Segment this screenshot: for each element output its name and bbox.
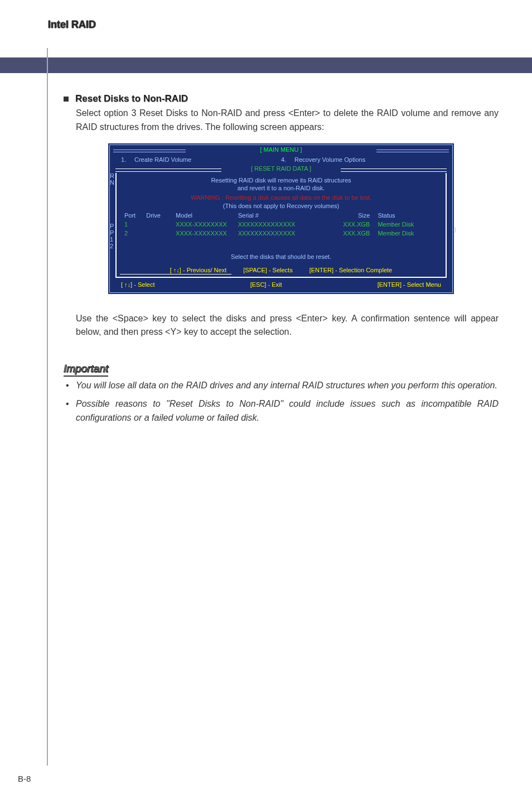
reset-line2: and revert it to a non-RAID disk.: [120, 184, 442, 192]
nav-select: [ ↑↓] - Select: [121, 281, 155, 288]
side-paren: ): [454, 226, 456, 233]
reset-line3: (This does not apply to Recovery volumes…: [120, 202, 442, 210]
header-bar: [0, 57, 532, 73]
important-heading: Important: [64, 363, 108, 377]
side-rule: [47, 48, 48, 766]
side-letters: R N P P 1 2: [110, 172, 114, 249]
nav-enter: [ENTER] - Select Menu: [378, 281, 441, 288]
bios-screenshot: R N P P 1 2 [ MAIN MENU ] 1. Create: [107, 142, 455, 295]
menu-item-create[interactable]: Create RAID Volume: [134, 156, 281, 163]
main-menu-title: [ MAIN MENU ]: [110, 145, 452, 154]
important-item: Possible reasons to "Reset Disks to Non-…: [76, 397, 499, 425]
menu-idx: 4.: [281, 156, 294, 163]
important-item: You will lose all data on the RAID drive…: [76, 379, 499, 393]
hint-space: [SPACE] - Selects: [243, 267, 292, 273]
menu-idx: 1.: [121, 156, 134, 163]
hint-prevnext: [ ↑↓] - Previous/ Next: [170, 267, 226, 273]
section-heading: Reset Disks to Non-RAID: [75, 93, 188, 104]
disk-row[interactable]: 1 XXXX-XXXXXXXX XXXXXXXXXXXXXX XXX.XGB M…: [120, 220, 442, 229]
hint-enter: [ENTER] - Selection Complete: [309, 267, 393, 273]
reset-title: [ RESET RAID DATA ]: [115, 165, 447, 173]
disk-row[interactable]: 2 XXXX-XXXXXXXX XXXXXXXXXXXXXX XXX.XGB M…: [120, 229, 442, 238]
page-header-title: Intel RAID: [48, 19, 499, 31]
select-prompt: Select the disks that should be reset.: [120, 238, 442, 264]
page-number: B-8: [18, 774, 31, 783]
bullet-icon: [64, 97, 69, 102]
reset-line1: Resetting RAID disk will remove its RAID…: [120, 176, 442, 184]
nav-esc: [ESC] - Exit: [250, 281, 282, 288]
menu-item-recovery[interactable]: Recovery Volume Options: [294, 156, 441, 163]
disk-table-header: Port Drive Model Serial # Size Status: [120, 210, 442, 220]
reset-warning: WARNING : Resetting a disk causes all da…: [120, 192, 442, 202]
post-text: Use the <Space> key to select the disks …: [76, 312, 499, 340]
section-body: Select option 3 Reset Disks to Non-RAID …: [76, 107, 499, 134]
